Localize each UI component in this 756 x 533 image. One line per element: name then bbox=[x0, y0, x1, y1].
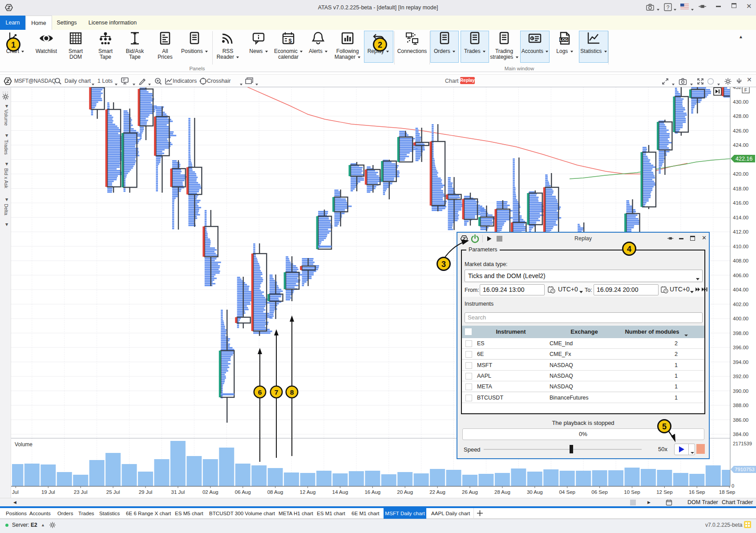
svg-text:F: F bbox=[744, 87, 748, 93]
svg-text:29 Jul: 29 Jul bbox=[139, 489, 153, 495]
svg-text:406.00: 406.00 bbox=[733, 273, 748, 278]
svg-text:402.00: 402.00 bbox=[733, 302, 748, 307]
svg-text:386.00: 386.00 bbox=[733, 417, 748, 423]
svg-text:388.00: 388.00 bbox=[733, 403, 748, 408]
svg-text:404.00: 404.00 bbox=[733, 287, 748, 292]
svg-text:8: 8 bbox=[290, 388, 294, 396]
svg-text:7: 7 bbox=[275, 388, 279, 396]
svg-text:410.00: 410.00 bbox=[733, 244, 748, 249]
svg-text:12 Sep: 12 Sep bbox=[656, 489, 672, 495]
svg-text:16 Sep: 16 Sep bbox=[689, 489, 705, 495]
svg-text:28 Aug: 28 Aug bbox=[494, 489, 510, 495]
svg-text:412.00: 412.00 bbox=[733, 229, 748, 234]
svg-text:398.00: 398.00 bbox=[733, 331, 748, 336]
svg-text:26 Aug: 26 Aug bbox=[462, 489, 478, 495]
svg-text:16 Aug: 16 Aug bbox=[364, 489, 380, 495]
svg-text:12 Aug: 12 Aug bbox=[300, 489, 316, 495]
svg-text:384.00: 384.00 bbox=[733, 432, 748, 437]
svg-text:Jul: Jul bbox=[12, 489, 19, 495]
svg-text:422.16: 422.16 bbox=[736, 156, 752, 162]
svg-text:7910753: 7910753 bbox=[735, 467, 755, 472]
svg-text:06 Aug: 06 Aug bbox=[235, 489, 251, 495]
svg-text:04 Sep: 04 Sep bbox=[559, 489, 575, 495]
svg-text:18 Sep: 18 Sep bbox=[719, 489, 735, 495]
svg-text:416.00: 416.00 bbox=[733, 200, 748, 206]
svg-text:$: $ bbox=[288, 37, 292, 44]
svg-text:02 Aug: 02 Aug bbox=[202, 489, 218, 495]
svg-text:06 Sep: 06 Sep bbox=[591, 489, 607, 495]
svg-text:LOG: LOG bbox=[560, 37, 568, 42]
svg-text:14 Aug: 14 Aug bbox=[332, 489, 348, 495]
svg-text:408.00: 408.00 bbox=[733, 258, 748, 263]
svg-text:20 Aug: 20 Aug bbox=[397, 489, 413, 495]
svg-text:23 Jul: 23 Jul bbox=[74, 489, 88, 495]
svg-text:2171539: 2171539 bbox=[733, 441, 752, 446]
svg-text:25 Jul: 25 Jul bbox=[106, 489, 120, 495]
svg-text:10 Sep: 10 Sep bbox=[624, 489, 640, 495]
svg-text:418.00: 418.00 bbox=[733, 186, 748, 191]
svg-text:30 Aug: 30 Aug bbox=[527, 489, 543, 495]
svg-text:426.00: 426.00 bbox=[733, 128, 748, 133]
svg-text:424.00: 424.00 bbox=[733, 142, 748, 148]
svg-text:430.00: 430.00 bbox=[733, 99, 748, 105]
svg-text:392.00: 392.00 bbox=[733, 374, 748, 379]
svg-text:396.00: 396.00 bbox=[733, 345, 748, 350]
svg-text:400.00: 400.00 bbox=[733, 316, 748, 321]
svg-text:420.00: 420.00 bbox=[733, 171, 748, 177]
svg-text:31 Jul: 31 Jul bbox=[171, 489, 185, 495]
svg-text:394.00: 394.00 bbox=[733, 359, 748, 365]
svg-text:Volume: Volume bbox=[15, 441, 32, 448]
svg-text:22 Aug: 22 Aug bbox=[429, 489, 445, 495]
svg-text:0: 0 bbox=[732, 483, 734, 489]
svg-text:6: 6 bbox=[258, 388, 262, 396]
svg-text:19 Jul: 19 Jul bbox=[41, 489, 55, 495]
svg-text:?: ? bbox=[667, 4, 670, 11]
svg-text:414.00: 414.00 bbox=[733, 215, 748, 220]
svg-text:428.00: 428.00 bbox=[733, 113, 748, 119]
svg-text:08 Aug: 08 Aug bbox=[267, 489, 283, 495]
svg-text:390.00: 390.00 bbox=[733, 388, 748, 394]
